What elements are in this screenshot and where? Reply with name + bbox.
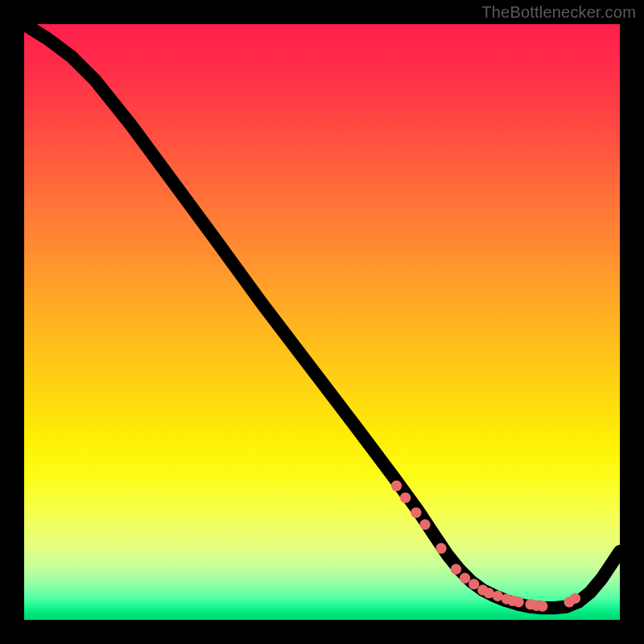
highlight-dot [537,601,547,611]
chart-frame: TheBottlenecker.com [0,0,644,644]
highlight-dot [391,481,402,491]
highlight-dot [436,543,446,554]
watermark-text: TheBottlenecker.com [481,3,636,22]
highlight-dot [460,573,470,584]
highlight-dot [400,493,411,503]
highlight-dot [411,507,421,518]
highlight-dot [514,597,524,607]
highlight-dot [451,564,461,574]
plot-area [24,24,620,620]
highlight-dot [570,593,580,604]
highlight-dot [469,579,479,589]
chart-svg [24,24,620,620]
highlight-dots-group [391,481,580,612]
highlight-dot [419,519,430,530]
bottleneck-curve [24,24,620,608]
